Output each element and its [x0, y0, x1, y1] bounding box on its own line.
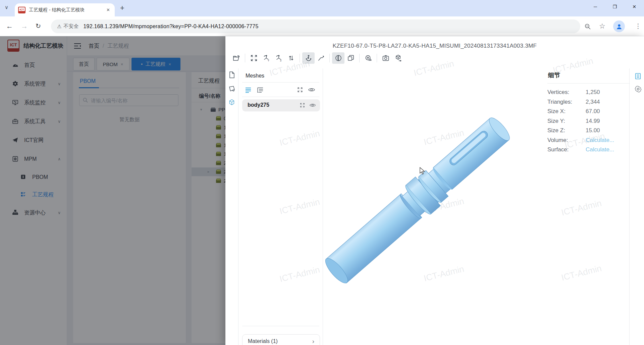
calculate-surface-link[interactable]: Calculate...: [586, 146, 614, 153]
detail-row-size-z: Size Z: 15.00: [547, 126, 630, 136]
materials-label: Materials (1): [248, 338, 278, 344]
url-text[interactable]: 192.168.1.239/MPM/mpmoperation?key=PP-0-…: [83, 23, 258, 30]
section-view-button[interactable]: [332, 52, 344, 64]
tab-close-icon[interactable]: ✕: [105, 7, 111, 13]
browser-menu-kebab-icon[interactable]: ⋮: [635, 22, 641, 30]
reload-button[interactable]: ↻: [36, 22, 41, 30]
detail-label: Triangles:: [547, 99, 586, 105]
not-secure-warning-icon: ⚠: [57, 23, 61, 30]
detail-row-vertices: Vertices: 1,250: [547, 88, 630, 97]
window-minimize-button[interactable]: ─: [586, 0, 605, 13]
meshes-controls: [238, 86, 323, 95]
new-tab-button[interactable]: +: [120, 4, 124, 12]
security-label[interactable]: 不安全: [63, 23, 78, 30]
detail-row-triangles: Triangles: 2,344: [547, 97, 630, 107]
bookmark-star-icon[interactable]: ☆: [599, 22, 605, 30]
sketch-surface-icon[interactable]: [228, 85, 235, 92]
tree-list-icon[interactable]: [257, 87, 264, 93]
svg-text:Z: Z: [280, 59, 282, 62]
site-favicon: ICT: [18, 7, 25, 13]
watermark: ICT-Admin: [560, 198, 603, 218]
measure-curve-button[interactable]: [315, 52, 327, 64]
watermark: ICT-Admin: [413, 58, 455, 79]
browser-toolbar: ← → ↻ ⚠ 不安全 192.168.1.239/MPM/mpmoperati…: [0, 16, 644, 36]
visibility-eye-icon[interactable]: [308, 87, 315, 93]
meshes-panel-title: Meshes: [246, 73, 264, 79]
detail-value: 1,250: [586, 89, 600, 96]
open-model-button[interactable]: [230, 52, 243, 64]
window-maximize-button[interactable]: ❐: [605, 0, 625, 13]
viewer-right-strip: [632, 72, 644, 93]
detail-value: 14.99: [586, 118, 600, 125]
forward-button[interactable]: →: [21, 22, 28, 30]
chevron-right-icon: ›: [312, 338, 314, 345]
model-file-title: KZEF10-67.0-T5-P8-LA27.0-KA5-HA15_MISUMI…: [225, 43, 644, 49]
detail-row-surface: Surface: Calculate...: [547, 145, 630, 155]
meshes-cube-icon[interactable]: [228, 99, 235, 106]
browser-tab[interactable]: ICT 工艺规程 - 结构化工艺模块 ✕: [15, 3, 115, 16]
detail-label: Size Y:: [547, 118, 586, 125]
address-bar[interactable]: ⚠ 不安全 192.168.1.239/MPM/mpmoperation?key…: [51, 19, 580, 33]
tab-search-chevron-icon[interactable]: ∨: [5, 4, 8, 10]
zoom-out-page-icon[interactable]: [584, 23, 591, 30]
back-button[interactable]: ←: [6, 22, 13, 30]
watermark: ICT-Admin: [560, 263, 603, 283]
settings-gear-icon[interactable]: [634, 85, 642, 93]
tab-title: 工艺规程 - 结构化工艺模块: [29, 7, 105, 13]
svg-text:Y: Y: [268, 59, 269, 62]
detail-row-size-y: Size Y: 14.99: [547, 116, 630, 126]
detail-value: 2,344: [586, 99, 600, 105]
measure-tape-button[interactable]: [362, 52, 374, 64]
app-area: ICT 结构化工艺模块 首页 系统管理 ∨: [0, 36, 644, 345]
fit-view-button[interactable]: [248, 52, 260, 64]
rotate-y-button[interactable]: Y: [260, 52, 272, 64]
zoom-to-mesh-icon[interactable]: [300, 102, 305, 108]
3d-viewer-modal: KZEF10-67.0-T5-P8-LA27.0-KA5-HA15_MISUMI…: [225, 36, 644, 345]
detail-row-size-x: Size X: 67.00: [547, 107, 630, 116]
materials-expander[interactable]: Materials (1) ›: [242, 334, 320, 345]
viewer-toolbar: Y Z: [230, 52, 404, 64]
details-toggle-icon[interactable]: [634, 72, 642, 80]
screenshot-button[interactable]: [379, 52, 392, 64]
modal-backdrop[interactable]: [0, 36, 225, 345]
window-controls: ─ ❐ ✕: [586, 0, 644, 16]
divider: [629, 68, 630, 345]
visibility-eye-icon[interactable]: [309, 102, 316, 108]
mesh-list-item[interactable]: body275: [242, 99, 320, 111]
detail-label: Vertices:: [547, 89, 586, 96]
zoom-to-mesh-icon[interactable]: [297, 87, 303, 93]
3d-model-shaft[interactable]: [306, 113, 521, 308]
detail-label: Size X:: [547, 108, 586, 115]
bounding-box-button[interactable]: [344, 52, 357, 64]
flat-list-icon[interactable]: [245, 87, 252, 93]
mesh-name: body275: [248, 102, 269, 108]
window-close-button[interactable]: ✕: [625, 0, 644, 13]
viewer-left-strip: [225, 68, 238, 106]
detail-value: 67.00: [586, 108, 600, 115]
screenshot-root: ∨ ICT 工艺规程 - 结构化工艺模块 ✕ + ─ ❐ ✕ ← → ↻ ⚠ 不…: [0, 0, 644, 345]
browser-tab-strip: ∨ ICT 工艺规程 - 结构化工艺模块 ✕ + ─ ❐ ✕: [0, 0, 644, 16]
detail-label: Size Z:: [547, 127, 586, 134]
browser-profile-avatar[interactable]: [613, 20, 625, 32]
export-model-button[interactable]: [392, 52, 404, 64]
rotate-z-button[interactable]: Z: [272, 52, 285, 64]
mouse-cursor: [419, 167, 426, 175]
file-info-icon[interactable]: [228, 71, 235, 79]
